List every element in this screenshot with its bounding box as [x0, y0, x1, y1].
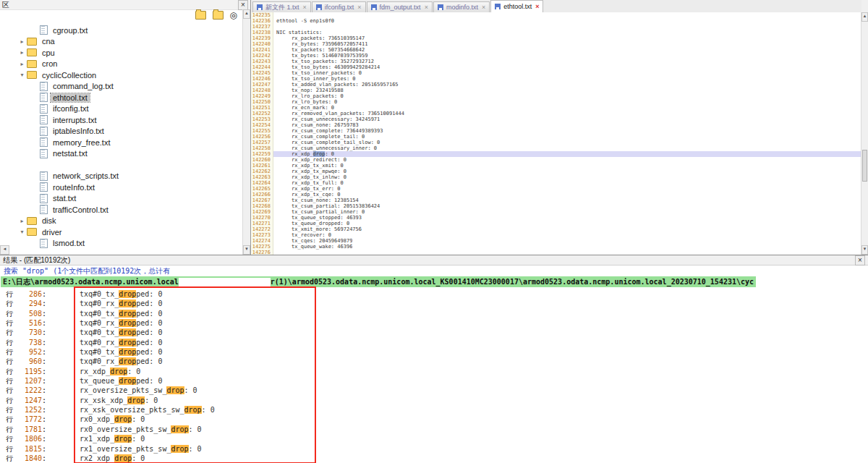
tree-item-cpu[interactable]: ▸cpu: [0, 47, 243, 59]
scrollbar-thumb[interactable]: [862, 150, 867, 182]
scroll-down-icon[interactable]: ▼: [861, 245, 868, 255]
match-highlight: drop: [119, 377, 136, 385]
tab-1-txt[interactable]: 新文件 1.txt×: [252, 1, 311, 12]
tree-item-stat-txt[interactable]: stat.txt: [0, 193, 243, 205]
result-line-number: 1806: [13, 434, 42, 443]
scroll-up-icon[interactable]: ▲: [861, 12, 868, 22]
tree-item-netstat-txt[interactable]: netstat.txt: [0, 148, 243, 160]
chevron-down-icon[interactable]: ▾: [17, 72, 27, 78]
result-row[interactable]: 行508:txq#0_tx_dropped: 0: [0, 309, 868, 318]
locate-file-icon[interactable]: ◎: [230, 11, 237, 20]
tree-item-command-log-txt[interactable]: command_log.txt: [0, 81, 243, 93]
match-highlight: drop: [184, 406, 202, 414]
editor-line: 142271 tx_queue_dropped: 0: [251, 221, 861, 226]
editor-line: 142237: [251, 24, 861, 30]
line-text: tx_queue_stopped: 46393: [273, 215, 861, 221]
close-tab-icon[interactable]: ×: [357, 4, 361, 11]
tab-ethtool-txt[interactable]: ethtool.txt×: [490, 0, 543, 12]
save-icon: [371, 4, 377, 10]
result-row[interactable]: 行1252:rx_xsk_oversize_pkts_sw_drop: 0: [0, 405, 868, 415]
match-highlight: drop: [119, 357, 136, 365]
collapse-all-icon[interactable]: [213, 11, 224, 20]
editor-line: 142257 rx_csum_complete_tail_slow: 0: [251, 140, 861, 145]
chevron-right-icon[interactable]: ▸: [17, 61, 27, 67]
tree-item-ethtool-txt[interactable]: ethtool.txt: [0, 92, 243, 103]
tree-item-cron[interactable]: ▸cron: [0, 59, 243, 70]
editor-scrollbar[interactable]: ▲ ▼: [861, 12, 868, 255]
result-row[interactable]: 行960:txq#0_rx_dropped: 0: [0, 357, 868, 366]
chevron-right-icon[interactable]: ▸: [17, 38, 27, 45]
result-line-number: 1252: [13, 405, 42, 415]
close-tab-icon[interactable]: ×: [482, 4, 485, 11]
expand-all-icon[interactable]: [195, 11, 206, 20]
close-results-icon[interactable]: ×: [855, 255, 865, 266]
scroll-down-icon[interactable]: ▼: [243, 245, 250, 255]
chevron-right-icon[interactable]: ▸: [17, 218, 27, 224]
close-tab-icon[interactable]: ×: [535, 3, 539, 10]
close-tab-icon[interactable]: ×: [425, 4, 428, 11]
tree-item-driver[interactable]: ▾driver: [0, 226, 243, 238]
file-icon: [40, 239, 48, 248]
result-row[interactable]: 行1806:rx1_xdp_drop: 0: [0, 434, 868, 443]
line-number: 142242: [251, 53, 273, 59]
tab-modinfo-txt[interactable]: modinfo.txt×: [433, 1, 490, 12]
result-line-label: 行730:: [6, 328, 48, 337]
tree-item-cgroup-txt[interactable]: cgroup.txt: [0, 25, 243, 36]
tab-fdm-output-txt[interactable]: fdm_output.txt×: [367, 1, 433, 12]
result-line-label: 行1806:: [6, 434, 48, 443]
result-text: rx2_xdp_drop: 0: [80, 454, 145, 463]
result-text: rx1_xdp_drop: 0: [80, 434, 145, 443]
tree-item-lsmod-txt[interactable]: lsmod.txt: [0, 238, 243, 250]
line-number: 142253: [251, 116, 273, 122]
save-icon: [257, 4, 263, 10]
result-row[interactable]: 行1772:rx0_xdp_drop: 0: [0, 415, 868, 424]
tree-item-cna[interactable]: ▸cna: [0, 36, 243, 48]
result-row[interactable]: 行1840:rx2_xdp_drop: 0: [0, 454, 868, 463]
editor[interactable]: 142235142236ethtool -S enp1s0f0142237142…: [251, 12, 861, 255]
tree-item-routeinfo-txt[interactable]: routeInfo.txt: [0, 182, 243, 193]
scroll-left-icon[interactable]: ◄: [0, 245, 9, 255]
result-row[interactable]: 行1207:tx_queue_dropped: 0: [0, 376, 868, 386]
result-row[interactable]: 行516:txq#0_rx_dropped: 0: [0, 318, 868, 328]
tree-item-disk[interactable]: ▸disk: [0, 216, 243, 227]
result-row[interactable]: 行294:txq#0_rx_dropped: 0: [0, 299, 868, 308]
result-row[interactable]: 行1781:rx0_oversize_pkts_sw_drop: 0: [0, 425, 868, 434]
result-row[interactable]: 行952:txq#0_tx_dropped: 0: [0, 347, 868, 357]
result-row[interactable]: 行1815:rx1_oversize_pkts_sw_drop: 0: [0, 444, 868, 454]
editor-line: 142260 rx_xdp_redirect: 0: [251, 157, 861, 163]
result-row[interactable]: 行738:txq#0_rx_dropped: 0: [0, 338, 868, 347]
line-number: 142247: [251, 82, 273, 88]
tree-scrollbar[interactable]: ▲ ▼: [242, 9, 250, 255]
close-panel-icon[interactable]: ×: [238, 0, 248, 10]
scroll-up-icon[interactable]: ▲: [243, 9, 250, 19]
result-row[interactable]: 行286:txq#0_tx_dropped: 0: [0, 289, 868, 299]
editor-line: 142273 tx_recover: 0: [251, 232, 861, 238]
editor-line: 142238NIC statistics:: [251, 30, 861, 35]
tree-item-interrupts-txt[interactable]: interrupts.txt: [0, 114, 243, 126]
tab-ifconfig-txt[interactable]: ifconfig.txt×: [312, 1, 366, 12]
result-line-number: 952: [13, 347, 42, 357]
save-icon: [495, 4, 501, 9]
folder-icon: [27, 38, 37, 46]
line-number: 142249: [251, 93, 273, 99]
result-row[interactable]: 行1195:rx_xdp_drop: 0: [0, 367, 868, 376]
line-text: rx_ecn_mark: 0: [273, 105, 861, 111]
tree-item-cycliccollection[interactable]: ▾cyclicCollection: [0, 69, 243, 81]
tree-item-network-scripts-txt[interactable]: network_scripts.txt: [0, 171, 243, 182]
line-number: 142257: [251, 140, 273, 145]
chevron-down-icon[interactable]: ▾: [17, 229, 27, 235]
close-tab-icon[interactable]: ×: [303, 4, 307, 11]
tree-item-trafficcontrol-txt[interactable]: trafficControl.txt: [0, 204, 243, 216]
line-number: 142274: [251, 238, 273, 244]
tree-item-memory-free-txt[interactable]: memory_free.txt: [0, 137, 243, 148]
result-text: txq#0_rx_dropped: 0: [80, 338, 162, 347]
result-row[interactable]: 行1222:rx_oversize_pkts_sw_drop: 0: [0, 386, 868, 395]
result-file-line[interactable]: E:\日志\armod0523.odata.ncmp.unicom.localr…: [0, 276, 868, 287]
chevron-right-icon[interactable]: ▸: [17, 49, 27, 56]
tree-item-iptablesinfo-txt[interactable]: iptablesInfo.txt: [0, 126, 243, 137]
tree-item-ifconfig-txt[interactable]: ifconfig.txt: [0, 103, 243, 115]
result-row[interactable]: 行730:txq#0_tx_dropped: 0: [0, 328, 868, 337]
result-line-label: 行516:: [6, 318, 48, 328]
result-row[interactable]: 行1247:rx_xsk_xdp_drop: 0: [0, 396, 868, 405]
line-text: tx_bytes: 514607039753959: [273, 53, 861, 59]
